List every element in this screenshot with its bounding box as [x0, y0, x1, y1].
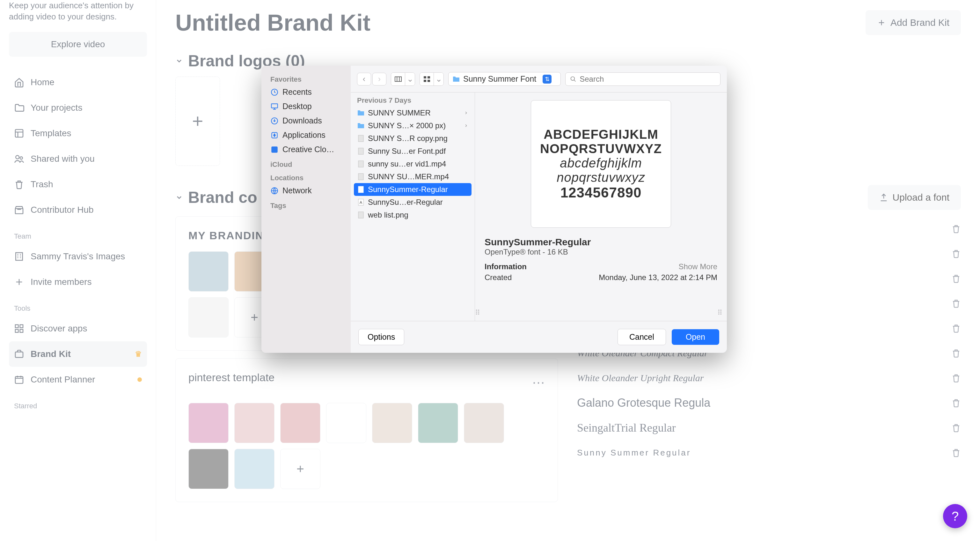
file-item[interactable]: sunny su…er vid1.mp4: [351, 158, 475, 170]
file-picker-sidebar: Favorites RecentsDesktopDownloadsApplica…: [261, 66, 351, 353]
file-icon: [357, 135, 365, 142]
file-icon: [357, 160, 365, 168]
preview-file-subtitle: OpenType® font - 16 KB: [485, 247, 717, 257]
options-button[interactable]: Options: [358, 329, 404, 345]
preview-file-name: SunnySummer-Regular: [485, 237, 717, 247]
group-button[interactable]: [420, 73, 434, 86]
picker-sidebar-downloads[interactable]: Downloads: [261, 113, 351, 128]
picker-sidebar-recents[interactable]: Recents: [261, 85, 351, 99]
file-name: Sunny Su…er Font.pdf: [368, 147, 446, 156]
svg-rect-20: [428, 80, 430, 82]
preview-line: NOPQRSTUVWXYZ: [540, 142, 662, 156]
file-name: SUNNY S…× 2000 px): [368, 121, 446, 130]
picker-sidebar-applications[interactable]: Applications: [261, 128, 351, 142]
sidebar-icon: [270, 145, 278, 154]
nav-back-button[interactable]: ‹: [357, 73, 371, 86]
preview-line: ABCDEFGHIJKLM: [544, 127, 658, 142]
current-folder-name: Sunny Summer Font: [463, 74, 536, 84]
file-picker-footer: Options Cancel Open: [351, 321, 727, 353]
sidebar-item-label: Network: [282, 186, 312, 195]
chevron-right-icon: [464, 123, 468, 128]
file-name: SunnySummer-Regular: [368, 185, 448, 194]
file-name: SUNNY S…R copy.png: [368, 134, 448, 143]
svg-rect-23: [358, 148, 363, 155]
svg-point-21: [571, 77, 575, 80]
preview-created-label: Created: [485, 273, 512, 282]
preview-info-label: Information: [485, 262, 527, 271]
folder-icon: [452, 76, 460, 82]
file-picker-dialog: Favorites RecentsDesktopDownloadsApplica…: [261, 66, 727, 353]
folder-icon: [357, 109, 365, 117]
search-box[interactable]: [565, 72, 721, 86]
column-resize-handle[interactable]: ⠿: [475, 309, 480, 317]
file-item[interactable]: web list.png: [351, 209, 475, 221]
current-folder-pill[interactable]: Sunny Summer Font ⇅: [448, 72, 561, 86]
preview-line: 1234567890: [560, 185, 642, 201]
column-resize-handle[interactable]: ⠿: [717, 309, 722, 317]
svg-rect-30: [358, 212, 363, 218]
view-columns-button[interactable]: [391, 73, 405, 86]
icloud-label: iCloud: [261, 156, 351, 170]
svg-rect-24: [358, 161, 363, 167]
file-icon: [357, 211, 365, 219]
svg-text:A: A: [360, 188, 362, 192]
file-item[interactable]: ASunnySummer-Regular: [354, 183, 471, 196]
file-name: web list.png: [368, 211, 408, 219]
sidebar-item-label: Recents: [282, 88, 312, 97]
file-item[interactable]: SUNNY S…R copy.png: [351, 132, 475, 145]
file-list-heading: Previous 7 Days: [351, 93, 475, 107]
nav-forward-button[interactable]: ›: [372, 73, 387, 86]
svg-rect-16: [395, 77, 401, 81]
file-item[interactable]: SUNNY SU…MER.mp4: [351, 170, 475, 183]
file-icon: [357, 147, 365, 155]
svg-rect-11: [271, 104, 278, 108]
show-more-button[interactable]: Show More: [679, 262, 717, 271]
sidebar-icon: [270, 88, 278, 96]
preview-created-value: Monday, June 13, 2022 at 2:14 PM: [599, 273, 717, 282]
file-icon: [357, 173, 365, 180]
picker-sidebar-creative-clo-[interactable]: Creative Clo…: [261, 142, 351, 156]
sidebar-icon: [270, 131, 278, 139]
open-button[interactable]: Open: [672, 329, 719, 345]
svg-rect-19: [424, 80, 426, 82]
font-file-icon: A: [357, 186, 365, 193]
sidebar-item-label: Desktop: [282, 102, 312, 111]
file-item[interactable]: SUNNY S…× 2000 px): [351, 119, 475, 132]
font-preview-thumbnail: ABCDEFGHIJKLM NOPQRSTUVWXYZ abcdefghijkl…: [531, 100, 671, 228]
sidebar-icon: [270, 102, 278, 111]
font-file-icon: A: [357, 198, 365, 206]
svg-rect-25: [358, 174, 363, 180]
file-list-column: Previous 7 Days SUNNY SUMMERSUNNY S…× 20…: [351, 93, 475, 321]
file-name: SUNNY SUMMER: [368, 109, 431, 117]
folder-updown-icon: ⇅: [542, 75, 552, 84]
view-dropdown-button[interactable]: ⌄: [405, 73, 415, 86]
svg-rect-22: [358, 135, 363, 142]
file-item[interactable]: ASunnySu…er-Regular: [351, 196, 475, 209]
tags-label: Tags: [261, 198, 351, 211]
sidebar-icon: [270, 117, 278, 125]
help-fab-button[interactable]: ?: [943, 504, 967, 528]
file-name: SunnySu…er-Regular: [368, 198, 443, 207]
sidebar-item-label: Downloads: [282, 116, 322, 125]
locations-label: Locations: [261, 170, 351, 184]
search-icon: [570, 76, 576, 82]
folder-icon: [357, 122, 365, 129]
group-dropdown-button[interactable]: ⌄: [434, 73, 444, 86]
chevron-right-icon: [464, 111, 468, 115]
file-preview-column: ABCDEFGHIJKLM NOPQRSTUVWXYZ abcdefghijkl…: [475, 93, 727, 321]
file-item[interactable]: SUNNY SUMMER: [351, 107, 475, 119]
cancel-button[interactable]: Cancel: [617, 329, 666, 345]
picker-sidebar-network[interactable]: Network: [261, 184, 351, 198]
file-item[interactable]: Sunny Su…er Font.pdf: [351, 145, 475, 158]
svg-rect-14: [272, 147, 277, 152]
favorites-label: Favorites: [261, 72, 351, 85]
preview-line: nopqrstuvwxyz: [557, 170, 645, 185]
file-name: SUNNY SU…MER.mp4: [368, 172, 449, 181]
sidebar-item-label: Applications: [282, 131, 326, 140]
file-name: sunny su…er vid1.mp4: [368, 160, 446, 168]
svg-text:A: A: [360, 200, 362, 205]
picker-sidebar-desktop[interactable]: Desktop: [261, 99, 351, 113]
svg-rect-17: [424, 76, 426, 78]
search-input[interactable]: [579, 75, 716, 84]
file-picker-toolbar: ‹ › ⌄ ⌄ Sunny Summer Font ⇅: [351, 66, 727, 93]
